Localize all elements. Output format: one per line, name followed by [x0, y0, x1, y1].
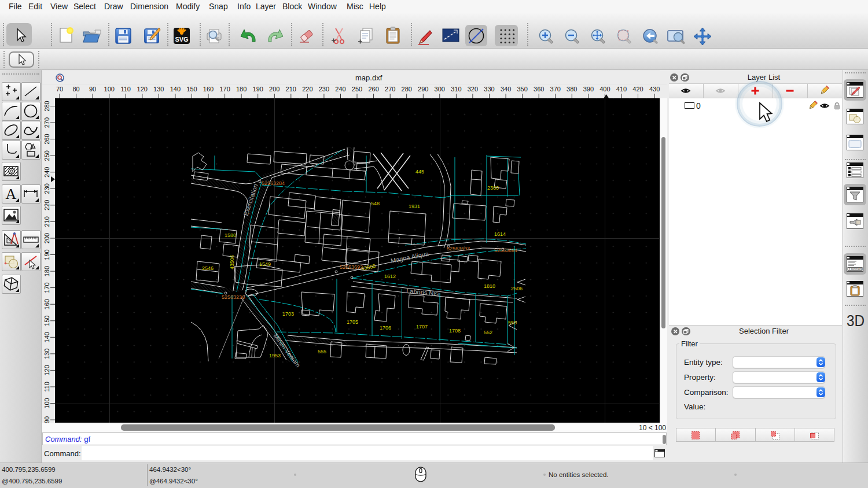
- svg-text:140: 140: [170, 86, 181, 93]
- svg-text:150: 150: [43, 316, 50, 326]
- svg-text:390: 390: [583, 86, 594, 93]
- svg-text:150: 150: [186, 86, 197, 93]
- svg-text:1707: 1707: [416, 324, 428, 330]
- svg-text:1705: 1705: [347, 319, 358, 325]
- svg-text:250: 250: [352, 86, 362, 93]
- svg-text:1708: 1708: [449, 328, 461, 334]
- svg-text:320: 320: [468, 86, 478, 93]
- svg-text:230: 230: [319, 86, 329, 93]
- svg-text:210: 210: [286, 86, 296, 93]
- svg-text:552: 552: [484, 330, 492, 335]
- svg-text:Magna Aliqua: Magna Aliqua: [390, 250, 430, 264]
- svg-text:370: 370: [550, 86, 561, 93]
- svg-text:280: 280: [43, 101, 50, 111]
- svg-text:140: 140: [43, 332, 50, 342]
- svg-text:100: 100: [104, 86, 115, 93]
- svg-text:52563236: 52563236: [222, 294, 245, 300]
- svg-text:410: 410: [616, 86, 627, 93]
- svg-text:300: 300: [435, 86, 445, 93]
- svg-text:220: 220: [43, 200, 50, 210]
- svg-text:240: 240: [43, 167, 50, 178]
- svg-text:550: 550: [508, 320, 517, 326]
- svg-text:360: 360: [534, 86, 544, 93]
- svg-text:1614: 1614: [494, 231, 506, 237]
- svg-text:110: 110: [120, 86, 131, 93]
- svg-text:270: 270: [385, 86, 395, 93]
- svg-text:43506: 43506: [229, 255, 235, 269]
- svg-text:1703: 1703: [282, 311, 294, 317]
- svg-text:180: 180: [43, 266, 50, 276]
- svg-text:445: 445: [415, 169, 424, 175]
- svg-text:52563284: 52563284: [262, 180, 285, 186]
- svg-text:170: 170: [43, 282, 50, 293]
- svg-text:1931: 1931: [409, 204, 420, 209]
- svg-text:120: 120: [43, 365, 50, 375]
- svg-text:250: 250: [43, 150, 50, 161]
- svg-text:200: 200: [43, 233, 50, 243]
- svg-text:1706: 1706: [380, 325, 391, 331]
- svg-text:130: 130: [43, 349, 50, 359]
- svg-text:260: 260: [43, 134, 50, 144]
- svg-text:420: 420: [632, 86, 643, 93]
- svg-text:52563692: 52563692: [340, 264, 363, 270]
- svg-text:1810: 1810: [484, 283, 495, 289]
- svg-text:110: 110: [43, 382, 50, 392]
- svg-text:190: 190: [253, 86, 263, 93]
- svg-text:230: 230: [43, 183, 50, 194]
- svg-text:80: 80: [72, 86, 79, 93]
- svg-text:1580: 1580: [225, 232, 236, 238]
- svg-text:290: 290: [418, 86, 428, 93]
- svg-text:400: 400: [599, 86, 610, 93]
- svg-text:260: 260: [368, 86, 378, 93]
- svg-text:170: 170: [219, 86, 230, 93]
- svg-text:555: 555: [318, 349, 326, 354]
- svg-text:270: 270: [43, 117, 50, 128]
- svg-text:2546: 2546: [202, 265, 214, 271]
- svg-text:120: 120: [137, 86, 148, 93]
- svg-text:52563693: 52563693: [447, 246, 470, 252]
- svg-text:52563694: 52563694: [494, 247, 517, 253]
- svg-text:180: 180: [236, 86, 247, 93]
- svg-text:340: 340: [501, 86, 511, 93]
- svg-text:1549: 1549: [259, 261, 271, 267]
- svg-text:1612: 1612: [384, 273, 396, 279]
- svg-text:160: 160: [43, 299, 50, 309]
- svg-text:380: 380: [567, 86, 577, 93]
- svg-text:2506: 2506: [511, 286, 523, 291]
- svg-text:1953: 1953: [269, 353, 281, 358]
- svg-text:430: 430: [649, 86, 660, 93]
- svg-text:200: 200: [269, 86, 279, 93]
- svg-text:c command: c command: [849, 267, 863, 270]
- svg-text:90: 90: [89, 86, 96, 93]
- svg-text:220: 220: [302, 86, 312, 93]
- svg-text:190: 190: [43, 249, 50, 260]
- svg-text:2360: 2360: [487, 185, 499, 191]
- svg-text:310: 310: [451, 86, 461, 93]
- svg-text:240: 240: [335, 86, 345, 93]
- svg-text:130: 130: [153, 86, 164, 93]
- svg-text:548: 548: [371, 201, 380, 206]
- svg-text:350: 350: [517, 86, 527, 93]
- svg-text:160: 160: [203, 86, 214, 93]
- svg-text:100: 100: [43, 398, 50, 408]
- svg-text:280: 280: [402, 86, 412, 93]
- svg-text:330: 330: [484, 86, 494, 93]
- svg-text:210: 210: [43, 216, 50, 227]
